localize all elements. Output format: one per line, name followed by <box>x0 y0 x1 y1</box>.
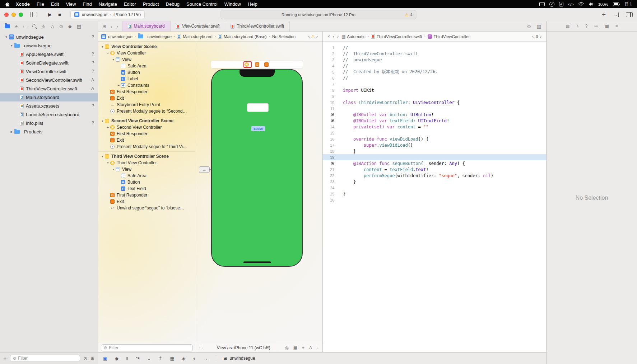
add-constraints-icon[interactable]: + <box>302 345 304 350</box>
outline-row-second-view-controller-scene[interactable]: ▼Second View Controller Scene <box>98 118 196 124</box>
outline-row-constraints[interactable]: ▶Constraints <box>98 82 196 89</box>
debug-navigator-icon[interactable]: ⊙ <box>59 24 63 29</box>
line-number-gutter[interactable] <box>323 119 339 122</box>
menu-view[interactable]: View <box>66 1 76 7</box>
file-row-viewcontroller-swift[interactable]: ViewController.swift? <box>0 67 98 76</box>
crumb-group[interactable]: unwindsegue <box>138 34 172 39</box>
button-preview[interactable]: Button <box>251 126 265 131</box>
outline-row-label[interactable]: LLabel <box>98 76 196 82</box>
code-line-9[interactable]: 9 <box>323 93 546 99</box>
menu-source-control[interactable]: Source Control <box>186 1 218 7</box>
pause-execution-icon[interactable]: ‖ <box>126 356 128 361</box>
outline-row-button[interactable]: BButton <box>98 179 196 185</box>
breakpoint-navigator-icon[interactable]: ◆ <box>68 24 72 29</box>
line-number-gutter[interactable] <box>323 162 339 165</box>
line-number-gutter[interactable]: 1 <box>323 46 339 50</box>
code-line-1[interactable]: 1// <box>323 44 546 51</box>
ib-connection-well[interactable] <box>331 162 334 165</box>
project-navigator-icon[interactable] <box>5 24 10 28</box>
filter-recent-icon[interactable]: ⊘ <box>83 356 87 361</box>
outline-row-unwind-segue-segue-to-bluese[interactable]: ↩Unwind segue “segue” to “bluese… <box>98 205 196 211</box>
outline-filter-input[interactable]: ⊜ Filter <box>101 344 193 351</box>
size-inspector-icon[interactable]: ≡ <box>615 24 618 29</box>
forward-icon[interactable]: › <box>337 34 339 39</box>
file-row-assets-xcassets[interactable]: Assets.xcassets? <box>0 101 98 110</box>
line-number-gutter[interactable]: 14 <box>323 125 339 129</box>
go-back-icon[interactable]: ‹ <box>111 24 112 29</box>
storyboard-entry-arrow[interactable]: → <box>199 166 210 173</box>
line-number-gutter[interactable]: 23 <box>323 180 339 184</box>
menu-file[interactable]: File <box>37 1 44 7</box>
outline-row-exit[interactable]: ←Exit <box>98 137 196 143</box>
toggle-debug-area-icon[interactable]: ▣ <box>103 356 107 361</box>
menu-editor[interactable]: Editor <box>124 1 136 7</box>
outline-row-view[interactable]: ▼View <box>98 56 196 63</box>
outline-row-button[interactable]: BButton <box>98 69 196 76</box>
code-line-7[interactable]: 7 <box>323 81 546 87</box>
code-line-8[interactable]: 8import UIKit <box>323 87 546 93</box>
line-number-gutter[interactable]: 4 <box>323 64 339 68</box>
developer-tools-icon[interactable]: </> <box>568 2 574 6</box>
crumb-storyboard-base[interactable]: Main.storyboard (Base) <box>218 34 267 39</box>
menu-xcode[interactable]: Xcode <box>16 1 30 7</box>
outline-row-first-responder[interactable]: First Responder <box>98 131 196 137</box>
view-as-control[interactable]: View as: iPhone 11 (wC hR) <box>206 345 281 350</box>
line-number-gutter[interactable]: 25 <box>323 192 339 196</box>
line-number-gutter[interactable]: 22 <box>323 174 339 178</box>
step-out-icon[interactable]: ⇡ <box>158 356 162 361</box>
text-size-icon[interactable]: A <box>309 345 312 350</box>
code-line-16[interactable]: 16 override func viewDidLoad() { <box>323 136 546 142</box>
file-row-appdelegate-swift[interactable]: AppDelegate.swift? <box>0 50 98 58</box>
line-number-gutter[interactable]: 7 <box>323 82 339 86</box>
line-number-gutter[interactable]: 15 <box>323 131 339 135</box>
code-line-5[interactable]: 5// Created by 坂本龍哉 on 2020/12/26. <box>323 69 546 75</box>
line-number-gutter[interactable]: 17 <box>323 143 339 147</box>
run-button[interactable]: ▶ <box>48 12 52 17</box>
input-source-icon[interactable]: A <box>559 2 563 6</box>
menu-product[interactable]: Product <box>143 1 159 7</box>
line-number-gutter[interactable]: 8 <box>323 88 339 93</box>
canvas-layout-icon[interactable]: ▦ <box>293 345 297 350</box>
ib-connection-well[interactable] <box>331 119 334 122</box>
minimize-window-button[interactable] <box>11 13 16 17</box>
view-hierarchy-icon[interactable]: ▦ <box>170 356 174 361</box>
step-over-icon[interactable]: ↷ <box>136 356 140 361</box>
menu-window[interactable]: Window <box>224 1 241 7</box>
toggle-navigator-icon[interactable] <box>30 12 37 17</box>
zoom-to-fit-icon[interactable]: ◎ <box>285 345 288 350</box>
issues-badge[interactable]: ⚠ 4 <box>405 12 413 17</box>
add-file-button[interactable]: + <box>3 355 7 362</box>
step-into-icon[interactable]: ⇣ <box>147 356 151 361</box>
outline-row-third-view-controller-scene[interactable]: ▼Third View Controller Scene <box>98 153 196 160</box>
battery-icon[interactable] <box>613 3 620 6</box>
outline-row-exit[interactable]: ←Exit <box>98 95 196 101</box>
code-line-3[interactable]: 3// unwindsegue <box>323 57 546 63</box>
menu-find[interactable]: Find <box>83 1 92 7</box>
file-row-launchscreen-storyboard[interactable]: LaunchScreen.storyboard <box>0 110 98 119</box>
outline-row-view[interactable]: ▼View <box>98 166 196 172</box>
outline-row-view-controller-scene[interactable]: ▼View Controller Scene <box>98 43 196 50</box>
debug-process-label[interactable]: ⊞ unwindsegue <box>224 356 255 361</box>
code-line-15[interactable]: 15 <box>323 130 546 136</box>
line-number-gutter[interactable]: 24 <box>323 186 339 190</box>
back-icon[interactable]: ‹ <box>333 34 334 39</box>
environment-overrides-icon[interactable]: ◐ <box>193 356 196 361</box>
memory-graph-icon[interactable]: ◈ <box>182 356 186 361</box>
breakpoints-toggle-icon[interactable]: ◆ <box>115 356 118 361</box>
quick-help-inspector-icon[interactable]: ? <box>585 24 588 29</box>
zoom-window-button[interactable] <box>19 13 23 17</box>
outline-row-third-view-controller[interactable]: ▼Third View Controller <box>98 160 196 166</box>
line-number-gutter[interactable]: 3 <box>323 58 339 62</box>
tab-viewcontroller-swift[interactable]: ViewController.swift <box>170 21 225 31</box>
line-number-gutter[interactable]: 10 <box>323 100 339 105</box>
outline-row-view-controller[interactable]: ▼View Controller <box>98 50 196 56</box>
issue-navigator-icon[interactable]: ⚠ <box>41 24 46 29</box>
ib-connection-well[interactable] <box>331 113 334 116</box>
line-number-gutter[interactable]: 9 <box>323 94 339 99</box>
file-row-unwindsegue[interactable]: ▼unwindsegue <box>0 41 98 50</box>
source-control-navigator-icon[interactable]: ± <box>15 24 18 29</box>
code-line-26[interactable]: 26 <box>323 197 546 203</box>
issue-warning-icon[interactable]: ⚠ <box>311 34 315 39</box>
previous-issue-icon[interactable]: ‹ <box>308 34 310 39</box>
crumb-symbol[interactable]: CThirdViewController <box>428 34 470 39</box>
